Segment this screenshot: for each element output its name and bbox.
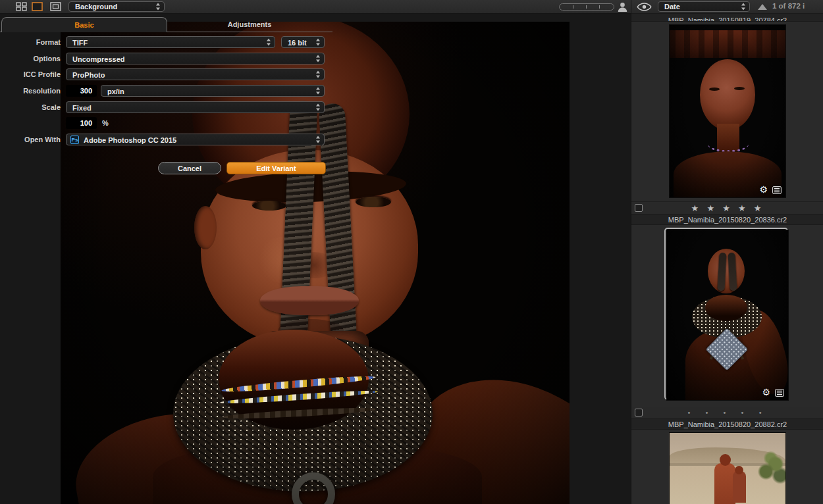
options-label: Options — [0, 53, 61, 64]
viewer-view-icon[interactable] — [50, 2, 61, 11]
thumbnail-2-selected[interactable]: ⚙ — [664, 228, 788, 400]
sort-direction-icon[interactable] — [758, 4, 767, 10]
chevron-updown-icon — [316, 104, 321, 111]
icc-profile-select[interactable]: ProPhoto — [66, 68, 325, 80]
star-rating[interactable]: ★ ★ ★ ★ ★ — [631, 202, 823, 214]
format-label: Format — [0, 36, 61, 48]
dialog-tabbar: Basic Adjustments — [0, 17, 332, 32]
cancel-button[interactable]: Cancel — [158, 162, 221, 174]
select-checkbox[interactable] — [635, 204, 643, 212]
image-count: 1 of 872 i — [772, 2, 805, 10]
chevron-updown-icon — [316, 39, 321, 46]
chevron-updown-icon — [267, 39, 271, 46]
thumb-filename: MBP_Namibia_20150820_20836.cr2 — [631, 214, 823, 225]
scale-value: Fixed — [72, 104, 92, 112]
browser-sidebar: Date 1 of 872 i MBP_Namibia_20150819_207… — [631, 0, 823, 504]
chevron-updown-icon — [316, 55, 321, 63]
thumbnail-1[interactable]: ⚙ — [670, 25, 785, 197]
sort-select[interactable]: Date — [658, 1, 750, 12]
capture-one-window: { "toolbar": { "background_select": "Bac… — [0, 0, 823, 504]
photoshop-app-icon: Ps — [70, 136, 79, 144]
format-select[interactable]: TIFF — [66, 36, 275, 48]
bit-depth-value: 16 bit — [288, 39, 307, 47]
zoom-slider[interactable] — [559, 3, 614, 11]
options-select[interactable]: Uncompressed — [66, 53, 325, 64]
gear-icon[interactable]: ⚙ — [759, 186, 768, 194]
resolution-unit-select[interactable]: px/in — [101, 85, 325, 97]
resolution-label: Resolution — [0, 85, 61, 97]
thumb-filename: MBP_Namibia_20150819_20784.cr2 — [631, 13, 823, 22]
background-layer-value: Background — [75, 3, 117, 11]
edit-variant-button[interactable]: Edit Variant — [226, 162, 326, 174]
bit-depth-select[interactable]: 16 bit — [281, 36, 325, 48]
format-value: TIFF — [72, 39, 88, 47]
thumb-filename: MBP_Namibia_20150820_20882.cr2 — [631, 418, 823, 430]
icc-profile-label: ICC Profile — [0, 68, 61, 80]
open-with-select[interactable]: Ps Adobe Photoshop CC 2015 — [66, 134, 325, 145]
chevron-updown-icon — [316, 71, 321, 78]
tab-adjustments[interactable]: Adjustments — [167, 17, 332, 31]
browser-toolbar: Date 1 of 872 i — [631, 0, 823, 14]
metadata-list-icon[interactable] — [775, 389, 784, 397]
browser-view-icon[interactable] — [32, 2, 43, 11]
chevron-updown-icon — [316, 88, 321, 95]
icc-profile-value: ProPhoto — [72, 71, 105, 79]
metadata-list-icon[interactable] — [772, 186, 782, 194]
thumbnail-3[interactable] — [670, 433, 785, 504]
open-with-label: Open With — [0, 134, 61, 145]
scale-percent-input[interactable]: 100 — [66, 117, 97, 129]
open-with-value: Adobe Photoshop CC 2015 — [84, 136, 176, 144]
background-layer-select[interactable]: Background — [68, 1, 165, 12]
scale-label: Scale — [0, 101, 61, 113]
star-rating[interactable]: • • • • • — [631, 407, 823, 419]
user-icon[interactable] — [618, 2, 627, 12]
chevron-updown-icon — [156, 3, 161, 11]
eye-icon[interactable] — [637, 3, 652, 11]
select-checkbox[interactable] — [635, 409, 643, 416]
sort-value: Date — [664, 3, 680, 11]
gear-icon[interactable]: ⚙ — [762, 388, 770, 397]
options-value: Uncompressed — [72, 55, 124, 63]
resolution-input[interactable]: 300 — [66, 85, 97, 97]
scale-select[interactable]: Fixed — [66, 101, 325, 113]
percent-label: % — [102, 117, 109, 129]
rating-row: • • • • • — [631, 407, 823, 419]
chevron-updown-icon — [316, 136, 321, 143]
resolution-unit-value: px/in — [107, 88, 124, 95]
rating-row: ★ ★ ★ ★ ★ — [631, 201, 823, 214]
chevron-updown-icon — [741, 3, 746, 11]
grid-view-icon[interactable] — [16, 2, 27, 11]
tab-basic[interactable]: Basic — [1, 17, 167, 32]
